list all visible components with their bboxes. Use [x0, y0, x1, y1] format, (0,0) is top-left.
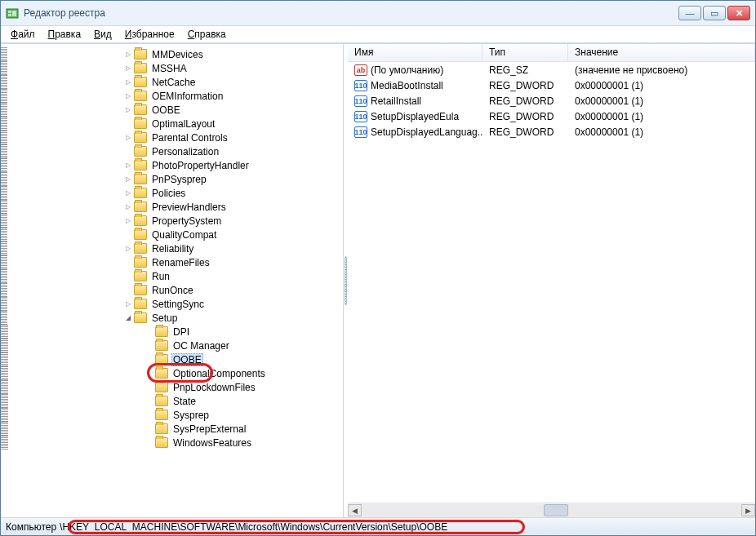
expander-icon[interactable] [123, 133, 132, 142]
string-value-icon: ab [354, 64, 367, 76]
menu-вид[interactable]: Вид [89, 27, 117, 42]
expander-icon[interactable] [123, 216, 132, 225]
tree-item-mmdevices[interactable]: MMDevices [1, 47, 343, 61]
value-row[interactable]: 110SetupDisplayedEulaREG_DWORD0x00000001… [348, 109, 755, 124]
tree-item-setup-pnplockdownfiles[interactable]: PnpLockdownFiles [1, 380, 343, 394]
scroll-track[interactable] [362, 504, 740, 516]
folder-icon [134, 77, 147, 87]
tree-item-renamefiles[interactable]: RenameFiles [1, 255, 343, 269]
tree-label: QualityCompat [150, 229, 218, 241]
expander-icon[interactable] [123, 64, 132, 73]
tree-item-run[interactable]: Run [1, 269, 343, 283]
tree-label: Policies [150, 188, 187, 199]
tree-item-reliability[interactable]: Reliability [1, 241, 343, 255]
titlebar[interactable]: Редактор реестра — ▭ ✕ [1, 1, 755, 25]
tree-item-pnpsysprep[interactable]: PnPSysprep [1, 172, 343, 186]
close-button[interactable]: ✕ [727, 6, 750, 20]
menu-избранное[interactable]: Избранное [120, 27, 180, 42]
tree-label: MMDevices [150, 49, 205, 60]
tree-label: Personalization [150, 146, 220, 157]
status-path: \HKEY_LOCAL_MACHINE\SOFTWARE\Microsoft\W… [60, 521, 447, 533]
tree-item-setup-optionalcomponents[interactable]: OptionalComponents [1, 366, 343, 380]
value-row[interactable]: 110RetailInstallREG_DWORD0x00000001 (1) [348, 93, 755, 109]
value-name: RetailInstall [371, 95, 421, 107]
tree-label: OEMInformation [150, 91, 225, 102]
value-name: SetupDisplayedLanguag... [371, 126, 483, 138]
folder-icon [134, 104, 147, 115]
tree-item-qualitycompat[interactable]: QualityCompat [1, 228, 343, 241]
scroll-left-button[interactable]: ◀ [348, 504, 362, 516]
tree-item-previewhandlers[interactable]: PreviewHandlers [1, 200, 343, 214]
tree-item-setup-windowsfeatures[interactable]: WindowsFeatures [1, 436, 343, 450]
expander-icon[interactable] [123, 299, 132, 308]
tree-item-oobe[interactable]: OOBE [1, 103, 343, 117]
expander-icon[interactable] [123, 78, 132, 86]
tree-label: OptionalComponents [171, 368, 267, 379]
folder-icon [134, 91, 147, 101]
tree-item-mssha[interactable]: MSSHA [1, 61, 343, 75]
expander-icon[interactable] [123, 50, 132, 59]
tree-item-optimallayout[interactable]: OptimalLayout [1, 117, 343, 131]
tree-item-policies[interactable]: Policies [1, 186, 343, 200]
expander-icon[interactable] [123, 175, 132, 184]
folder-icon [134, 132, 147, 143]
dword-value-icon: 110 [354, 126, 367, 138]
tree-label: SettingSync [150, 299, 206, 310]
tree-label: RunOnce [150, 285, 195, 296]
value-row[interactable]: 110MediaBootInstallREG_DWORD0x00000001 (… [348, 78, 755, 93]
expander-icon[interactable] [123, 161, 132, 170]
columns-header: Имя Тип Значение [348, 44, 755, 62]
tree-item-parental-controls[interactable]: Parental Controls [1, 131, 343, 144]
scroll-thumb[interactable] [544, 504, 568, 516]
tree-item-setup-oobe[interactable]: OOBE [1, 352, 343, 366]
tree-item-oeminformation[interactable]: OEMInformation [1, 89, 343, 103]
maximize-button[interactable]: ▭ [703, 6, 726, 20]
expander-icon[interactable] [123, 105, 132, 114]
dword-value-icon: 110 [354, 95, 367, 107]
folder-icon [134, 285, 147, 295]
horizontal-scrollbar[interactable]: ◀ ▶ [348, 503, 755, 517]
expander-icon[interactable] [123, 91, 132, 100]
tree-item-propertysystem[interactable]: PropertySystem [1, 214, 343, 228]
tree-item-setup-state[interactable]: State [1, 394, 343, 408]
expander-icon[interactable] [123, 202, 132, 211]
tree-item-settingsync[interactable]: SettingSync [1, 297, 343, 311]
tree-item-setup[interactable]: Setup [1, 311, 343, 325]
svg-rect-2 [8, 14, 11, 16]
values-list[interactable]: ab(По умолчанию)REG_SZ(значение не присв… [348, 62, 755, 503]
column-name[interactable]: Имя [348, 44, 483, 61]
tree-label: PnpLockdownFiles [171, 382, 257, 393]
tree-item-setup-dpi[interactable]: DPI [1, 325, 343, 339]
tree-item-setup-oc-manager[interactable]: OC Manager [1, 339, 343, 352]
tree-pane[interactable]: MMDevices MSSHA NetCache OEMInformation … [1, 44, 344, 517]
tree-label: PnPSysprep [150, 174, 208, 185]
menu-справка[interactable]: Справка [183, 27, 231, 42]
tree-item-personalization[interactable]: Personalization [1, 144, 343, 158]
scroll-right-button[interactable]: ▶ [741, 504, 755, 516]
column-type[interactable]: Тип [483, 44, 568, 61]
value-row[interactable]: 110SetupDisplayedLanguag...REG_DWORD0x00… [348, 124, 755, 140]
tree-item-setup-sysprep[interactable]: Sysprep [1, 408, 343, 422]
folder-icon [155, 423, 168, 434]
splitter[interactable] [344, 44, 348, 517]
expander-icon[interactable] [123, 188, 132, 197]
folder-icon [134, 243, 147, 254]
tree-item-photopropertyhandler[interactable]: PhotoPropertyHandler [1, 158, 343, 172]
menu-файл[interactable]: Файл [6, 27, 40, 42]
menu-правка[interactable]: Правка [43, 27, 87, 42]
value-data: 0x00000001 (1) [575, 111, 643, 122]
expander-icon[interactable] [123, 313, 132, 322]
folder-icon [134, 257, 147, 268]
minimize-button[interactable]: — [678, 6, 701, 20]
value-row[interactable]: ab(По умолчанию)REG_SZ(значение не присв… [348, 62, 755, 78]
column-value[interactable]: Значение [568, 44, 755, 61]
tree-label: PropertySystem [150, 215, 223, 227]
tree-label: Run [150, 271, 171, 282]
content-area: MMDevices MSSHA NetCache OEMInformation … [1, 43, 755, 517]
tree-item-netcache[interactable]: NetCache [1, 75, 343, 89]
dword-value-icon: 110 [354, 80, 367, 91]
value-type: REG_SZ [489, 64, 528, 76]
expander-icon[interactable] [123, 244, 132, 253]
tree-item-runonce[interactable]: RunOnce [1, 283, 343, 297]
tree-item-setup-sysprepexternal[interactable]: SysPrepExternal [1, 422, 343, 436]
